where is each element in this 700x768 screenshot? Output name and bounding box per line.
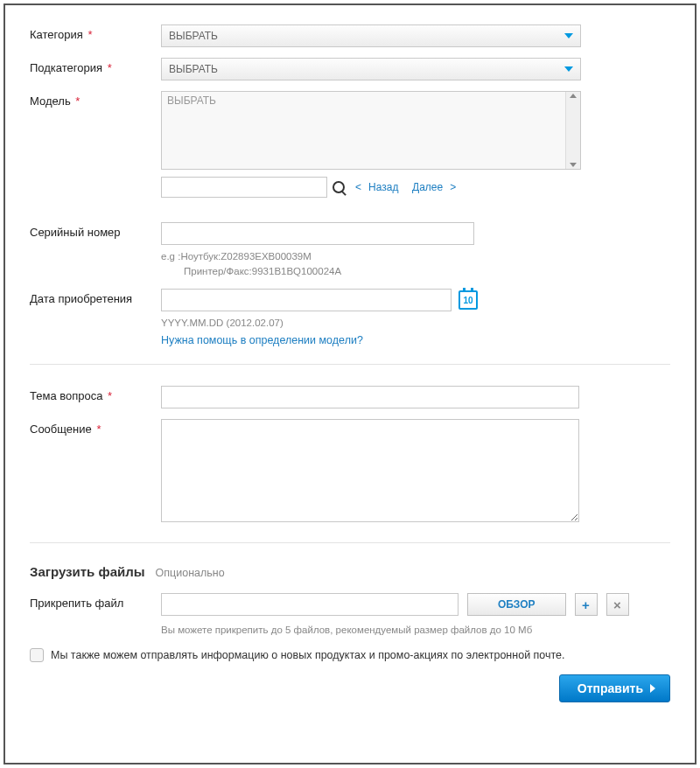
upload-hint: Вы можете прикрепить до 5 файлов, рекоме… bbox=[161, 623, 670, 638]
label-text: Прикрепить файл bbox=[30, 597, 123, 610]
label-attach: Прикрепить файл bbox=[30, 593, 161, 610]
row-category: Категория * ВЫБРАТЬ bbox=[30, 24, 670, 47]
label-text: Модель bbox=[30, 94, 71, 108]
hint-line: Принтер/Факс:9931B1BQ100024A bbox=[161, 264, 670, 279]
arrow-right-icon bbox=[650, 684, 655, 693]
model-search-row: <Назад Далее> bbox=[161, 177, 670, 198]
label-text: Серийный номер bbox=[30, 226, 121, 239]
subject-input[interactable] bbox=[161, 386, 579, 408]
browse-button[interactable]: ОБЗОР bbox=[467, 593, 566, 616]
search-icon[interactable] bbox=[332, 181, 345, 193]
form-container: Категория * ВЫБРАТЬ Подкатегория * ВЫБРА… bbox=[4, 3, 696, 765]
serial-input[interactable] bbox=[161, 222, 474, 245]
label-category: Категория * bbox=[30, 24, 161, 41]
required-mark: * bbox=[106, 389, 112, 402]
select-value: ВЫБРАТЬ bbox=[169, 30, 218, 42]
upload-header: Загрузить файлы Опционально bbox=[30, 564, 670, 579]
row-subcategory: Подкатегория * ВЫБРАТЬ bbox=[30, 58, 670, 80]
message-textarea[interactable] bbox=[161, 419, 579, 522]
required-mark: * bbox=[74, 94, 80, 108]
row-attach: Прикрепить файл ОБЗОР + × Вы можете прик… bbox=[30, 593, 670, 638]
row-subject: Тема вопроса * bbox=[30, 386, 670, 408]
label-text: Подкатегория bbox=[30, 61, 102, 74]
submit-row: Отправить bbox=[30, 674, 670, 702]
next-link[interactable]: Далее bbox=[412, 181, 443, 193]
submit-label: Отправить bbox=[578, 681, 643, 695]
scrollbar[interactable] bbox=[565, 92, 580, 169]
section-divider bbox=[30, 364, 670, 365]
date-hint: YYYY.MM.DD (2012.02.07) bbox=[161, 316, 670, 331]
label-message: Сообщение * bbox=[30, 419, 161, 436]
select-value: ВЫБРАТЬ bbox=[169, 63, 218, 75]
row-purchase-date: Дата приобретения 10 YYYY.MM.DD (2012.02… bbox=[30, 289, 670, 346]
consent-row: Мы также можем отправлять информацию о н… bbox=[30, 648, 670, 662]
add-file-button[interactable]: + bbox=[575, 593, 598, 616]
category-select[interactable]: ВЫБРАТЬ bbox=[161, 24, 581, 47]
required-mark: * bbox=[106, 61, 112, 74]
model-listbox[interactable]: ВЫБРАТЬ bbox=[161, 91, 581, 170]
label-text: Тема вопроса bbox=[30, 389, 102, 402]
model-search-input[interactable] bbox=[161, 177, 327, 198]
label-purchase-date: Дата приобретения bbox=[30, 289, 161, 305]
label-model: Модель * bbox=[30, 91, 161, 108]
purchase-date-input[interactable] bbox=[161, 289, 452, 311]
upload-optional: Опционально bbox=[156, 567, 225, 579]
chevron-down-icon bbox=[564, 66, 573, 72]
model-help-link[interactable]: Нужна помощь в определении модели? bbox=[161, 334, 363, 346]
section-divider bbox=[30, 542, 670, 543]
label-text: Сообщение bbox=[30, 422, 92, 436]
upload-title: Загрузить файлы bbox=[30, 564, 145, 579]
scroll-up-icon bbox=[570, 94, 577, 98]
label-subcategory: Подкатегория * bbox=[30, 58, 161, 74]
submit-button[interactable]: Отправить bbox=[559, 674, 670, 702]
bracket-right: > bbox=[450, 181, 456, 193]
label-text: Категория bbox=[30, 28, 83, 41]
prev-link[interactable]: Назад bbox=[368, 181, 398, 193]
calendar-icon[interactable]: 10 bbox=[458, 290, 478, 310]
scroll-down-icon bbox=[570, 163, 577, 167]
file-path-input[interactable] bbox=[161, 593, 458, 616]
label-subject: Тема вопроса * bbox=[30, 386, 161, 402]
model-placeholder: ВЫБРАТЬ bbox=[167, 94, 216, 107]
consent-text: Мы также можем отправлять информацию о н… bbox=[51, 649, 565, 661]
label-text: Дата приобретения bbox=[30, 292, 132, 305]
subcategory-select[interactable]: ВЫБРАТЬ bbox=[161, 58, 581, 80]
row-model: Модель * ВЫБРАТЬ <Назад Далее> bbox=[30, 91, 670, 212]
serial-hint: e.g :Ноутбук:Z02893EXB00039M Принтер/Фак… bbox=[161, 249, 670, 278]
calendar-day: 10 bbox=[463, 296, 472, 305]
row-message: Сообщение * bbox=[30, 419, 670, 525]
required-mark: * bbox=[94, 422, 101, 436]
hint-line: e.g :Ноутбук:Z02893EXB00039M bbox=[161, 249, 670, 264]
row-serial: Серийный номер e.g :Ноутбук:Z02893EXB000… bbox=[30, 222, 670, 278]
bracket-left: < bbox=[355, 181, 361, 193]
label-serial: Серийный номер bbox=[30, 222, 161, 239]
remove-file-button[interactable]: × bbox=[606, 593, 629, 616]
chevron-down-icon bbox=[564, 33, 573, 38]
consent-checkbox[interactable] bbox=[30, 648, 44, 662]
required-mark: * bbox=[86, 28, 92, 41]
